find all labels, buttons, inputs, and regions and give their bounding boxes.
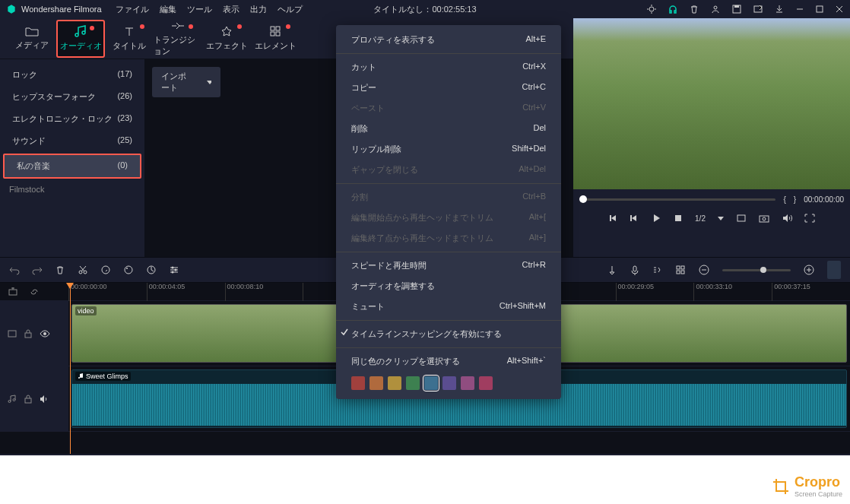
undo-icon[interactable] [9,265,20,275]
svg-rect-11 [675,215,681,221]
user-icon[interactable] [710,4,721,14]
speaker-icon[interactable] [40,395,49,403]
color-swatch-1[interactable] [369,376,383,390]
volume-icon[interactable] [782,214,792,223]
grid-icon[interactable] [675,265,686,275]
svg-point-17 [125,266,132,274]
timeline-minimap[interactable] [827,261,841,279]
tab-audio[interactable]: オーディオ [56,20,105,58]
category-electronic[interactable]: エレクトロニック・ロック(23) [0,108,144,130]
speed-label[interactable]: 1/2 [695,214,706,223]
crop-icon[interactable] [736,214,747,223]
color-swatch-4[interactable] [424,376,438,390]
stop-icon[interactable] [674,214,683,223]
lock-icon[interactable] [24,329,32,338]
redo-icon[interactable] [32,265,43,275]
zoom-out-icon[interactable] [698,264,710,276]
zoom-slider[interactable] [722,269,791,271]
svg-rect-27 [681,271,684,274]
cut-icon[interactable] [78,265,88,275]
svg-point-20 [172,267,174,269]
chevron-down-icon[interactable] [718,217,724,220]
notification-dot [189,24,193,29]
menu-output[interactable]: 出力 [250,4,267,15]
tab-media[interactable]: メディア [8,20,56,58]
tab-effect[interactable]: エフェクト [202,20,251,58]
timeline-add-icon[interactable] [8,287,18,297]
color-swatch-3[interactable] [406,376,420,390]
fullscreen-icon[interactable] [804,214,815,223]
svg-rect-7 [276,27,280,30]
filmstock-label[interactable]: Filmstock [0,180,144,198]
color-swatch-2[interactable] [388,376,401,390]
menu-help[interactable]: ヘルプ [278,4,303,15]
svg-rect-24 [677,266,680,269]
ctx-paste: ペーストCtrl+V [336,98,561,119]
headphones-icon[interactable] [668,4,678,14]
prev-frame-icon[interactable] [608,214,617,223]
tab-transition[interactable]: トランジション [154,20,202,58]
minimize-button[interactable] [795,5,804,14]
ctx-ripple-delete[interactable]: リップル削除Shift+Del [336,139,561,160]
color-icon[interactable] [123,265,134,275]
category-mymusic[interactable]: 私の音楽(0) [3,154,141,179]
preview-video[interactable] [573,18,850,189]
delete-icon[interactable] [55,265,65,275]
link-icon[interactable] [29,287,40,297]
cropro-logo-icon [772,477,790,496]
category-hipsterfolk[interactable]: ヒップスターフォーク(26) [0,86,144,108]
ctx-speed[interactable]: スピードと再生時間Ctrl+R [336,255,561,276]
download-icon[interactable] [774,4,785,14]
ctx-close-gap: ギャップを閉じるAlt+Del [336,160,561,180]
import-button[interactable]: インポート [152,67,220,97]
speed-icon[interactable] [146,265,157,275]
marker-icon[interactable] [607,265,617,275]
menu-tool[interactable]: ツール [187,4,212,15]
menu-view[interactable]: 表示 [223,4,239,15]
color-swatch-0[interactable] [351,376,365,390]
step-back-icon[interactable] [630,214,639,223]
audio-mix-icon[interactable] [652,265,663,275]
play-icon[interactable] [651,213,661,223]
color-swatch-6[interactable] [461,376,474,390]
category-sound[interactable]: サウンド(25) [0,130,144,152]
edit-icon[interactable] [100,265,111,275]
sun-icon[interactable] [646,4,657,14]
ctx-mute[interactable]: ミュートCtrl+Shift+M [336,296,561,317]
save-icon[interactable] [731,4,742,14]
ctx-split: 分割Ctrl+B [336,187,561,208]
eye-icon[interactable] [40,330,50,338]
music-icon [74,25,87,37]
context-menu: プロパティを表示するAlt+E カットCtrl+X コピーCtrl+C ペースト… [336,25,561,399]
ctx-snapping[interactable]: タイムラインスナッピングを有効にする [336,324,561,344]
ctx-delete[interactable]: 削除Del [336,119,561,139]
menu-edit[interactable]: 編集 [160,4,176,15]
notification-dot [90,26,94,30]
ctx-cut[interactable]: カットCtrl+X [336,57,561,78]
color-swatch-5[interactable] [442,376,456,390]
project-title: タイトルなし：00:02:55:13 [373,4,476,15]
transition-icon [171,21,185,31]
settings-icon[interactable] [169,265,179,275]
tab-title[interactable]: タイトル [105,20,154,58]
ctx-properties[interactable]: プロパティを表示するAlt+E [336,30,561,50]
lock-icon[interactable] [24,395,32,404]
close-button[interactable] [835,5,844,14]
color-swatch-7[interactable] [479,376,493,390]
camera-icon[interactable] [759,214,769,223]
menu-file[interactable]: ファイル [116,4,149,15]
zoom-in-icon[interactable] [803,264,815,276]
mic-icon[interactable] [630,265,640,275]
chevron-down-icon [207,81,211,84]
preview-seek-slider[interactable] [579,198,775,201]
ctx-audio-adjust[interactable]: オーディオを調整する [336,276,561,296]
ctx-copy[interactable]: コピーCtrl+C [336,78,561,98]
notification-dot [140,24,144,29]
category-rock[interactable]: ロック(17) [0,64,144,86]
export-icon[interactable] [753,4,763,14]
ctx-select-color[interactable]: 同じ色のクリップを選択するAlt+Shift+` [336,351,561,372]
tab-element[interactable]: エレメント [251,20,300,58]
maximize-button[interactable] [815,5,824,14]
folder-icon [25,26,39,36]
trash-icon[interactable] [689,4,699,14]
